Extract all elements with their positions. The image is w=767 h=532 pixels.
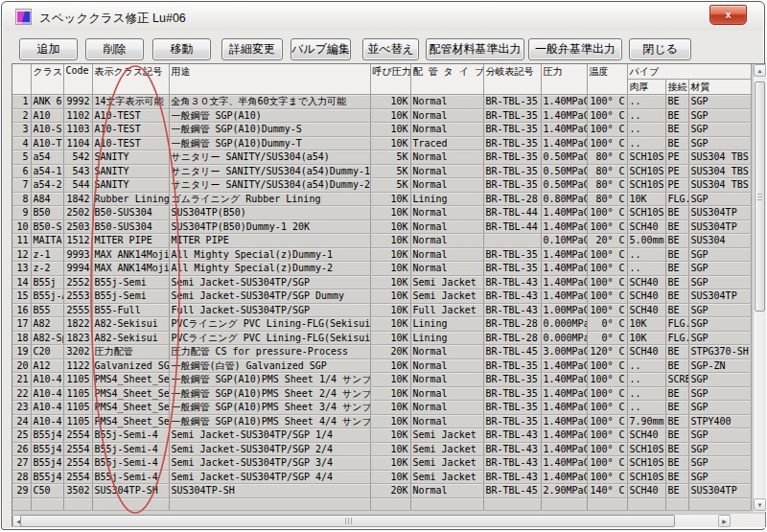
table-row[interactable]: 13z-29994MAX ANK14MojiAll Mighty Special… bbox=[12, 262, 751, 276]
cell-thickness: .. bbox=[627, 401, 665, 415]
cell-pressure bbox=[541, 497, 587, 511]
cell-branch_symbol: BR-TBL-43 bbox=[483, 470, 541, 484]
table-row[interactable]: 6a54-1543SANITYサニタリー SANITY/SUS304(a54)D… bbox=[12, 164, 751, 178]
cell-pressure: 1.40MPaG bbox=[541, 442, 587, 456]
cell-branch_symbol: BR-TBL-35 bbox=[483, 401, 541, 415]
add-button[interactable]: 追加 bbox=[19, 38, 78, 60]
cell-pipe_type: Normal bbox=[410, 178, 483, 193]
cell-temperature: 100° C bbox=[587, 108, 627, 123]
horizontal-scrollbar[interactable]: ◀ ▶ bbox=[12, 514, 731, 527]
table-row[interactable]: 20A121122Galvanized SGP一般鋼管(白管) Galvaniz… bbox=[12, 359, 751, 373]
table-row[interactable]: 26B55j42554B55j-Semi-4Semi Jacket-SUS304… bbox=[12, 442, 751, 456]
move-button[interactable]: 移動 bbox=[152, 38, 211, 60]
cell-rownum: 18 bbox=[12, 331, 31, 345]
cell-nominal_pressure: 10K bbox=[370, 331, 410, 345]
cell-branch_symbol: BR-TBL-35 bbox=[483, 123, 541, 137]
table-row[interactable]: 18A82-Sp1823A82-SekisuiPVCライニング PVC Lini… bbox=[12, 331, 751, 345]
delete-button[interactable]: 削除 bbox=[85, 38, 144, 60]
table-row[interactable]: 15B55j-A2553B55j-SemiSemi Jacket-SUS304T… bbox=[12, 289, 751, 304]
general-valve-output-button[interactable]: 一般弁基準出力 bbox=[528, 38, 622, 60]
col-header-nominal-pressure: 呼び圧力 bbox=[370, 64, 410, 95]
vertical-scrollbar[interactable]: ▲ ▼ bbox=[753, 64, 766, 512]
cell-material: SGP bbox=[688, 275, 751, 289]
cell-code: 9993 bbox=[63, 247, 92, 262]
cell-rownum bbox=[12, 497, 31, 511]
cell-connection: BE bbox=[665, 414, 688, 428]
cell-nominal_pressure: 10K bbox=[370, 428, 410, 443]
cell-nominal_pressure: 10K bbox=[370, 206, 410, 220]
cell-connection: BE bbox=[665, 401, 688, 415]
table-row[interactable]: 10B50-S2503B50-SUS304SUS304TP(B50)Dummy-… bbox=[12, 220, 751, 234]
cell-code: 543 bbox=[63, 164, 92, 178]
table-row[interactable]: 24A10-41105PMS4_Sheet_Set一般鋼管 SGP(A10)PM… bbox=[12, 414, 751, 428]
table-row[interactable]: 2A101102A10-TEST一般鋼管 SGP(A10)10KNormalBR… bbox=[12, 108, 751, 123]
cell-branch_symbol: BR-TBL-28 bbox=[483, 192, 541, 206]
cell-code: 1105 bbox=[63, 414, 92, 428]
close-button[interactable]: 閉じる bbox=[629, 38, 691, 60]
cell-class: A12 bbox=[31, 359, 63, 373]
cell-temperature: 100° C bbox=[587, 289, 627, 304]
table-row[interactable]: 12z-19993MAX ANK14MojiAll Mighty Special… bbox=[12, 247, 751, 262]
cell-display_class: PMS4_Sheet_Set bbox=[92, 401, 169, 415]
cell-class: B55j4 bbox=[31, 470, 63, 484]
cell-thickness: SCH40 bbox=[627, 289, 665, 304]
cell-pipe_type: Semi Jacket bbox=[410, 428, 483, 443]
cell-material: SGP bbox=[688, 108, 751, 123]
cell-thickness: SCH10S bbox=[627, 150, 665, 165]
table-row[interactable]: 28B55j42554B55j-Semi-4Semi Jacket-SUS304… bbox=[12, 470, 751, 484]
cell-code: 3502 bbox=[63, 484, 92, 498]
table-row[interactable]: 8A841842Rubber Liningゴムライニング Rubber Lini… bbox=[12, 192, 751, 206]
cell-rownum: 5 bbox=[12, 150, 31, 165]
vertical-scroll-thumb[interactable] bbox=[755, 81, 765, 312]
cell-usage: All Mighty Special(z)Dummy-1 bbox=[169, 247, 370, 262]
table-row[interactable]: 5a54542SANITYサニタリー SANITY/SUS304(a54)5KN… bbox=[12, 150, 751, 165]
cell-temperature: 80° C bbox=[587, 164, 627, 178]
cell-temperature: 100° C bbox=[587, 262, 627, 276]
cell-code: 2503 bbox=[63, 220, 92, 234]
table-row[interactable]: 22A10-41105PMS4_Sheet_Set一般鋼管 SGP(A10)PM… bbox=[12, 386, 751, 401]
table-row[interactable]: 4A10-T1104A10-TEST一般鋼管 SGP(A10)Dummy-T10… bbox=[12, 136, 751, 150]
cell-nominal_pressure: 10K bbox=[370, 136, 410, 150]
scroll-right-icon[interactable]: ▶ bbox=[718, 515, 731, 527]
pipe-material-output-button[interactable]: 配管材料基準出力 bbox=[426, 38, 524, 60]
valve-edit-button[interactable]: バルブ編集 bbox=[291, 38, 351, 60]
cell-rownum: 20 bbox=[12, 359, 31, 373]
cell-pipe_type: Normal bbox=[410, 359, 483, 373]
cell-connection: BE bbox=[665, 262, 688, 276]
detail-change-button[interactable]: 詳細変更 bbox=[221, 38, 283, 60]
close-icon[interactable]: x bbox=[709, 5, 747, 25]
cell-material: SUS304TP bbox=[688, 484, 751, 498]
title-bar[interactable]: スペッククラス修正 Lu#06 x bbox=[3, 3, 763, 31]
cell-nominal_pressure: 5K bbox=[370, 178, 410, 193]
table-row[interactable]: 27B55j42554B55j-Semi-4Semi Jacket-SUS304… bbox=[12, 456, 751, 471]
table-row[interactable]: 17A821822A82-SekisuiPVCライニング PVC Lining-… bbox=[12, 317, 751, 332]
cell-display_class: Galvanized SGP bbox=[92, 359, 169, 373]
table-row[interactable]: 14B55j2552B55j-SemiSemi Jacket-SUS304TP/… bbox=[12, 275, 751, 289]
cell-nominal_pressure: 10K bbox=[370, 373, 410, 387]
table-row[interactable]: 7a54-2544SANITYサニタリー SANITY/SUS304(a54)D… bbox=[12, 178, 751, 193]
scroll-up-icon[interactable]: ▲ bbox=[754, 64, 766, 77]
table-row[interactable]: 3A10-S1103A10-TEST一般鋼管 SGP(A10)Dummy-S10… bbox=[12, 123, 751, 137]
cell-class: a54-1 bbox=[31, 164, 63, 178]
table-row[interactable]: 16B552555B55-FullFull Jacket-SUS304TP/SG… bbox=[12, 303, 751, 317]
cell-temperature: 100° C bbox=[587, 386, 627, 401]
table-row[interactable]: 1ANK 6999214文字表示可能全角３０文字、半角60文字まで入力可能10K… bbox=[12, 95, 751, 109]
table-row[interactable]: 23A10-41105PMS4_Sheet_Set一般鋼管 SGP(A10)PM… bbox=[12, 401, 751, 415]
cell-nominal_pressure: 10K bbox=[370, 123, 410, 137]
cell-material: SGP bbox=[688, 123, 751, 137]
table-row[interactable]: 11MAITA1512MITER PIPEMITER PIPE10KNormal… bbox=[12, 234, 751, 248]
sort-button[interactable]: 並べ替え bbox=[362, 38, 419, 60]
table-row[interactable]: 25B55j42554B55j-Semi-4Semi Jacket-SUS304… bbox=[12, 428, 751, 443]
table-row[interactable]: 9B502502B50-SUS304SUS304TP(B50)10KNormal… bbox=[12, 206, 751, 220]
scroll-down-icon[interactable]: ▼ bbox=[754, 498, 766, 511]
cell-branch_symbol: BR-TBL-43 bbox=[483, 428, 541, 443]
cell-display_class: SANITY bbox=[92, 150, 169, 165]
cell-code: 2554 bbox=[63, 456, 92, 471]
table-row[interactable]: 19C203202圧力配管圧力配管 CS for pressure-Proces… bbox=[12, 345, 751, 359]
horizontal-scroll-thumb[interactable] bbox=[20, 515, 675, 527]
cell-class: ANK 6 bbox=[31, 95, 63, 109]
cell-material: SGP bbox=[688, 192, 751, 206]
cell-pipe_type: Lining bbox=[410, 317, 483, 332]
table-row[interactable]: 21A10-41105PMS4_Sheet_Set一般鋼管 SGP(A10)PM… bbox=[12, 373, 751, 387]
table-row[interactable]: 29C503502SUS304TP-SHSUS304TP-SH20KNormal… bbox=[12, 484, 751, 498]
